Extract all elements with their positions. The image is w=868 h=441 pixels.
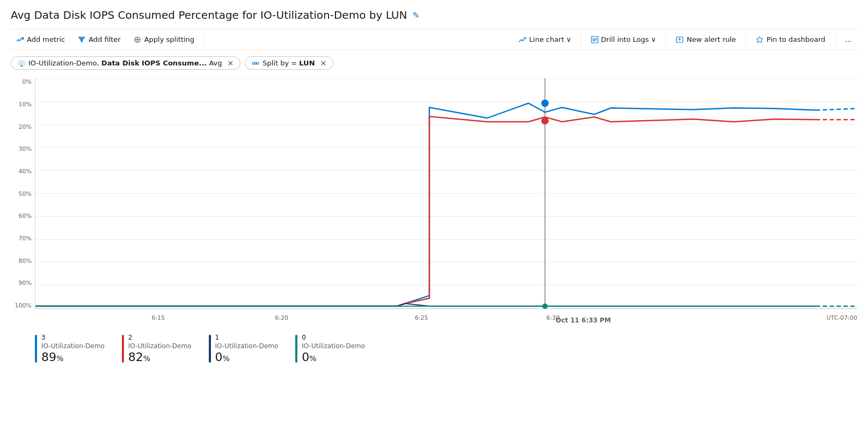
chevron-down-icon: ∨ <box>566 35 572 43</box>
svg-rect-12 <box>18 61 25 65</box>
add-filter-button[interactable]: Add filter <box>72 33 126 46</box>
chart-container: 100% 90% 80% 70% 60% 50% 40% 30% 20% 10%… <box>11 78 857 325</box>
add-metric-icon <box>16 36 24 43</box>
toolbar-divider-3 <box>666 33 666 46</box>
legend-color-1 <box>209 335 211 363</box>
line-chart-icon <box>519 36 527 43</box>
add-filter-icon <box>78 36 85 43</box>
legend-item-2: 2 IO-Utilization-Demo 82% <box>122 334 192 364</box>
apply-splitting-button[interactable]: Apply splitting <box>128 33 200 46</box>
page-title: Avg Data Disk IOPS Consumed Percentage f… <box>11 9 857 21</box>
edit-icon[interactable]: ✎ <box>412 10 419 20</box>
pin-dashboard-label: Pin to dashboard <box>767 35 826 43</box>
y-label-90: 90% <box>19 280 32 286</box>
monitor-icon <box>18 60 25 67</box>
pin-dashboard-button[interactable]: Pin to dashboard <box>750 33 831 46</box>
y-label-30: 30% <box>19 145 32 152</box>
legend: 3 IO-Utilization-Demo 89% 2 IO-Utilizati… <box>11 334 857 364</box>
drill-chevron-icon: ∨ <box>651 35 657 43</box>
legend-value-0: 0% <box>302 351 365 364</box>
new-alert-label: New alert rule <box>687 35 736 43</box>
legend-name-3: IO-Utilization-Demo <box>41 342 105 350</box>
toolbar-divider-5 <box>835 33 836 46</box>
series-3-solid <box>35 103 816 306</box>
y-label-100: 100% <box>15 302 32 309</box>
y-label-0: 0% <box>23 78 32 85</box>
crosshair-dot-2 <box>541 117 549 124</box>
legend-item-1: 1 IO-Utilization-Demo 0% <box>209 334 279 364</box>
drill-logs-icon <box>591 36 599 43</box>
y-label-50: 50% <box>19 190 32 197</box>
add-metric-label: Add metric <box>27 35 65 43</box>
x-label-615: 6:15 <box>151 314 165 321</box>
toolbar-divider-4 <box>746 33 746 46</box>
legend-text-0: 0 IO-Utilization-Demo 0% <box>302 334 365 364</box>
x-axis: 6:15 6:20 6:25 6:30 Oct 11 6:33 PM UTC-0… <box>35 310 857 325</box>
more-label: ... <box>845 35 852 43</box>
legend-item-3: 3 IO-Utilization-Demo 89% <box>35 334 105 364</box>
legend-text-2: 2 IO-Utilization-Demo 82% <box>128 334 192 364</box>
legend-name-1: IO-Utilization-Demo <box>215 342 279 350</box>
filter-bar: IO-Utilization-Demo, Data Disk IOPS Cons… <box>11 56 857 70</box>
metric-chip-close[interactable]: ✕ <box>228 60 234 67</box>
legend-number-3: 3 <box>41 334 105 341</box>
line-chart-button[interactable]: Line chart ∨ <box>513 33 577 46</box>
x-label-625: 6:25 <box>415 314 428 321</box>
series-2-solid <box>35 116 816 306</box>
split-chip[interactable]: Split by = LUN ✕ <box>245 56 333 70</box>
y-axis: 100% 90% 80% 70% 60% 50% 40% 30% 20% 10%… <box>11 78 35 309</box>
legend-number-1: 1 <box>215 334 279 341</box>
legend-number-0: 0 <box>302 334 365 341</box>
apply-splitting-label: Apply splitting <box>144 35 194 43</box>
add-filter-label: Add filter <box>89 35 121 43</box>
gridline-0 <box>35 308 857 308</box>
legend-name-2: IO-Utilization-Demo <box>128 342 192 350</box>
toolbar-divider-1 <box>204 33 205 46</box>
title-text: Avg Data Disk IOPS Consumed Percentage f… <box>11 9 407 21</box>
legend-color-2 <box>122 335 124 363</box>
svg-point-15 <box>252 62 254 64</box>
split-chip-text: Split by = LUN <box>262 59 315 67</box>
legend-value-1: 0% <box>215 351 279 364</box>
legend-number-2: 2 <box>128 334 192 341</box>
drill-logs-label: Drill into Logs <box>601 35 648 43</box>
series-3-dashed <box>816 108 857 110</box>
toolbar-right: Line chart ∨ Drill into Logs ∨ New alert… <box>513 33 857 46</box>
toolbar: Add metric Add filter Apply splitting Li… <box>11 29 857 50</box>
utc-label: UTC-07:00 <box>827 314 857 321</box>
chart-plot-area <box>35 78 857 309</box>
crosshair-dot-3 <box>541 100 549 107</box>
pin-icon <box>756 36 763 43</box>
line-chart-label: Line chart <box>529 35 564 43</box>
split-chip-close[interactable]: ✕ <box>320 60 327 67</box>
y-label-10: 10% <box>19 101 32 108</box>
add-metric-button[interactable]: Add metric <box>11 33 70 46</box>
legend-color-0 <box>295 335 297 363</box>
legend-value-3: 89% <box>41 351 105 364</box>
crosshair-dot-0 <box>542 304 548 309</box>
metric-chip[interactable]: IO-Utilization-Demo, Data Disk IOPS Cons… <box>11 56 240 70</box>
legend-name-0: IO-Utilization-Demo <box>302 342 365 350</box>
metric-chip-text: IO-Utilization-Demo, Data Disk IOPS Cons… <box>28 59 222 67</box>
y-label-70: 70% <box>19 235 32 242</box>
new-alert-button[interactable]: New alert rule <box>670 33 741 46</box>
y-label-60: 60% <box>19 212 32 219</box>
legend-item-0: 0 IO-Utilization-Demo 0% <box>295 334 365 364</box>
svg-point-16 <box>257 62 259 64</box>
more-button[interactable]: ... <box>840 33 857 46</box>
legend-value-2: 82% <box>128 351 192 364</box>
x-label-620: 6:20 <box>275 314 288 321</box>
chart-svg <box>35 78 857 306</box>
y-label-80: 80% <box>19 258 32 264</box>
alert-icon <box>676 36 683 43</box>
legend-text-3: 3 IO-Utilization-Demo 89% <box>41 334 105 364</box>
split-icon <box>252 60 259 67</box>
apply-splitting-icon <box>134 36 141 43</box>
drill-logs-button[interactable]: Drill into Logs ∨ <box>586 33 661 46</box>
crosshair-label: Oct 11 6:33 PM <box>556 317 611 324</box>
y-label-40: 40% <box>19 168 32 175</box>
y-label-20: 20% <box>19 123 32 130</box>
legend-color-3 <box>35 335 37 363</box>
legend-text-1: 1 IO-Utilization-Demo 0% <box>215 334 279 364</box>
toolbar-divider-2 <box>581 33 581 46</box>
